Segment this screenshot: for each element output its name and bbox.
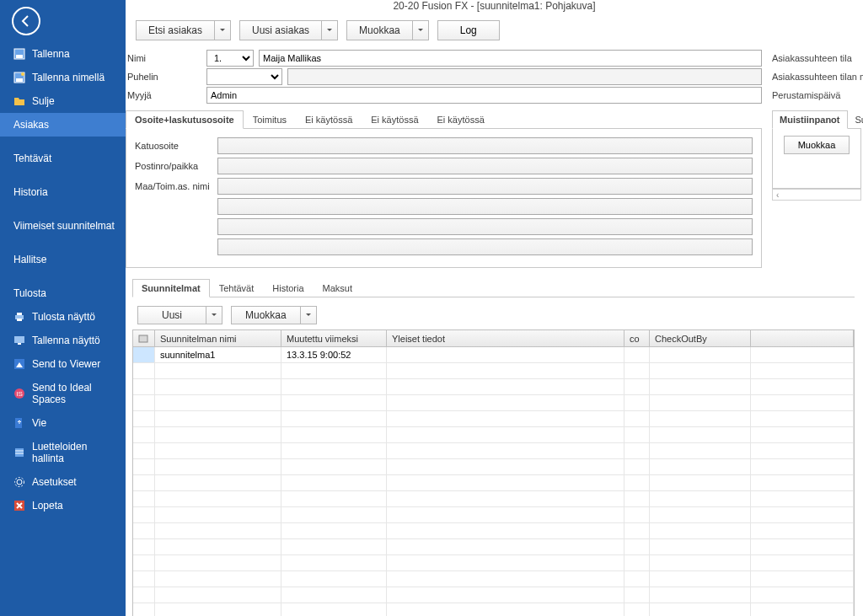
name-label: Nimi [126,53,206,63]
row-general [387,555,624,570]
sidebar-item-customer[interactable]: Asiakas [0,113,126,137]
grid-header-name[interactable]: Suunnitelman nimi [155,330,281,346]
extra-input-2[interactable] [217,218,753,235]
row-modified [281,363,387,378]
founded-label: Perustamispäivä [772,86,861,104]
tab-tasks[interactable]: Tehtävät [210,279,264,297]
search-customer-button[interactable]: Etsi asiakas [136,20,231,40]
table-row[interactable] [133,475,854,491]
table-row[interactable] [133,523,854,539]
new-plan-button[interactable]: Uusi [137,306,222,324]
scroll-indicator[interactable]: ‹ [772,189,861,201]
tab-disabled-1[interactable]: Ei käytössä [296,110,362,129]
country-input[interactable] [217,178,753,195]
table-row[interactable] [133,443,854,459]
row-name [155,427,281,442]
row-co [624,603,650,616]
sidebar-item-exit[interactable]: Lopeta [0,494,126,517]
table-row[interactable] [133,539,854,555]
table-row[interactable] [133,427,854,443]
phone-type-select[interactable] [206,68,282,85]
tab-plan[interactable]: Suun [848,110,864,129]
table-row[interactable] [133,603,854,616]
tab-address[interactable]: Osoite+laskutusosoite [126,110,244,129]
tab-plans[interactable]: Suunnitelmat [132,279,210,297]
grid-header-co[interactable]: co [624,330,650,346]
tab-disabled-3[interactable]: Ei käytössä [428,110,494,129]
edit-plan-button[interactable]: Muokkaa [231,306,317,324]
sidebar-item-tasks[interactable]: Tehtävät [0,147,126,170]
row-modified [281,411,387,426]
notes-edit-button[interactable]: Muokkaa [784,136,850,154]
status-label: Asiakassuhteen tila [772,49,861,67]
extra-input-3[interactable] [217,238,753,255]
row-general [387,571,624,587]
tab-disabled-2[interactable]: Ei käytössä [362,110,427,129]
chevron-down-icon[interactable] [215,21,230,40]
table-row[interactable] [133,571,854,587]
row-co [624,491,650,506]
sidebar-item-ideal[interactable]: IS Send to Ideal Spaces [0,376,126,411]
sidebar-item-close[interactable]: Sulje [0,89,126,113]
grid-header-checkout[interactable]: CheckOutBy [650,330,751,346]
title-select[interactable]: 1. [206,50,254,67]
ideal-icon: IS [13,388,25,399]
street-input[interactable] [217,137,753,154]
sidebar-item-printscreen[interactable]: Tulosta näyttö [0,305,126,329]
chevron-down-icon[interactable] [322,21,337,40]
table-row[interactable] [133,459,854,475]
new-customer-button[interactable]: Uusi asiakas [239,20,338,40]
table-row[interactable] [133,379,854,395]
row-general [387,587,624,603]
row-modified [281,427,387,442]
status-change-label: Asiakassuhteen tilan muut [772,67,861,86]
sidebar-item-settings[interactable]: Asetukset [0,470,126,494]
tab-payments[interactable]: Maksut [314,279,362,297]
sidebar-item-print[interactable]: Tulosta [0,281,126,305]
sidebar-item-savescreen[interactable]: Tallenna näyttö [0,329,126,352]
table-row[interactable]: suunnitelma113.3.15 9:00:52 [133,347,854,363]
sidebar-item-export[interactable]: Vie [0,411,126,435]
row-modified [281,587,387,603]
table-row[interactable] [133,507,854,523]
table-row[interactable] [133,411,854,427]
tab-delivery[interactable]: Toimitus [244,110,296,129]
row-general [387,395,624,410]
sidebar-item-save[interactable]: Tallenna [0,42,126,66]
svg-point-17 [17,479,22,485]
row-checkoutby [650,555,751,570]
row-status-icon [133,603,155,616]
edit-button[interactable]: Muokkaa [346,20,429,40]
name-input[interactable] [259,50,762,67]
grid-body: suunnitelma113.3.15 9:00:52 [133,347,854,616]
grid-header-modified[interactable]: Muutettu viimeksi [281,330,387,346]
postal-input[interactable] [217,158,753,174]
sidebar-item-recent[interactable]: Viimeiset suunnitelmat [0,214,126,238]
sidebar-item-catalog[interactable]: Luetteloiden hallinta [0,435,126,470]
chevron-down-icon[interactable] [206,307,222,324]
table-row[interactable] [133,363,854,379]
row-checkoutby [650,491,751,506]
phone-input[interactable] [287,68,762,85]
tab-notes[interactable]: Muistiinpanot [772,110,848,129]
row-status-icon [133,411,155,426]
sidebar-item-viewer[interactable]: Send to Viewer [0,352,126,376]
sidebar-item-manage[interactable]: Hallitse [0,248,126,271]
table-row[interactable] [133,395,854,411]
sidebar-item-history[interactable]: Historia [0,180,126,204]
log-button[interactable]: Log [437,20,500,40]
grid-header-general[interactable]: Yleiset tiedot [387,330,624,346]
table-row[interactable] [133,491,854,507]
seller-input[interactable] [206,87,762,104]
grid-header-icon[interactable] [133,330,155,346]
chevron-down-icon[interactable] [413,21,428,40]
chevron-down-icon[interactable] [301,307,316,324]
table-row[interactable] [133,555,854,571]
back-button[interactable] [12,7,40,35]
extra-input-1[interactable] [217,198,753,215]
bottom-tabs: Suunnitelmat Tehtävät Historia Maksut [132,278,855,297]
table-row[interactable] [133,587,854,603]
tab-history[interactable]: Historia [263,279,313,297]
sidebar-item-saveas[interactable]: Tallenna nimellä [0,66,126,89]
row-status-icon [133,459,155,474]
